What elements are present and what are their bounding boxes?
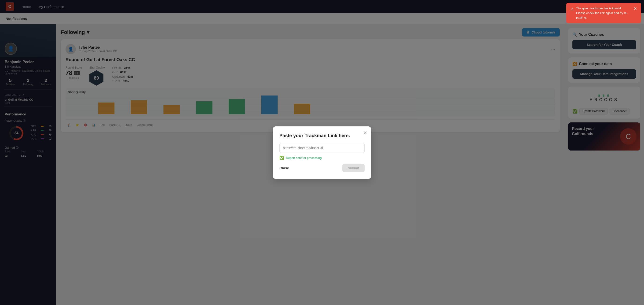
success-check-icon: ✅	[280, 156, 284, 160]
modal-submit-button[interactable]: Submit	[342, 164, 364, 172]
trackman-link-input[interactable]	[280, 143, 364, 153]
modal-actions: Close Submit	[280, 164, 364, 172]
trackman-modal: Paste your Trackman Link here. ✕ ✅ Repor…	[273, 126, 371, 179]
modal-overlay[interactable]: Paste your Trackman Link here. ✕ ✅ Repor…	[0, 0, 644, 305]
error-icon: ⚠	[570, 6, 574, 12]
error-toast: ⚠ The given trackman link is invalid. Pl…	[566, 3, 641, 23]
toast-message: The given trackman link is invalid. Plea…	[576, 6, 629, 20]
toast-close-button[interactable]: ✕	[632, 6, 637, 11]
modal-success-message: ✅ Report sent for processing	[280, 156, 364, 160]
modal-title: Paste your Trackman Link here.	[280, 133, 364, 138]
modal-close-button[interactable]: Close	[280, 166, 289, 170]
success-text: Report sent for processing	[286, 156, 322, 160]
modal-close-x-button[interactable]: ✕	[364, 130, 368, 136]
